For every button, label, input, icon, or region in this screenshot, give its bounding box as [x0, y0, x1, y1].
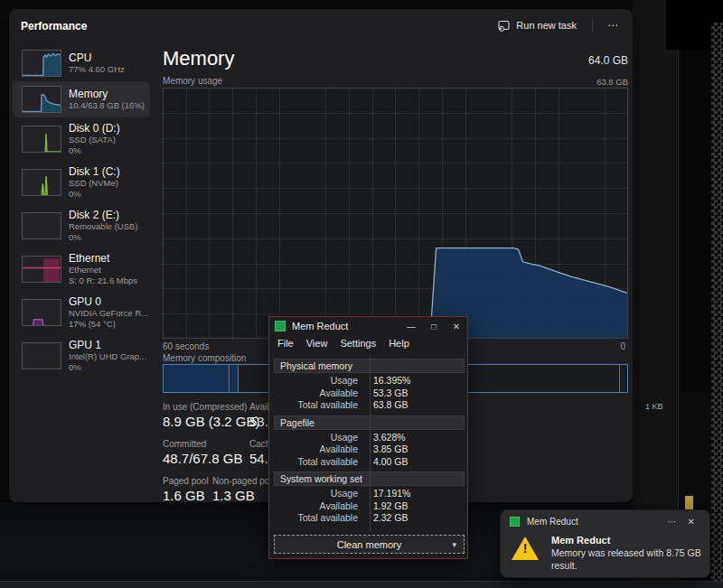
sidebar-item-subtitle: 0%	[69, 362, 145, 373]
sidebar-item-memory[interactable]: Memory10.4/63.8 GB (16%)	[13, 81, 150, 117]
sidebar-item-title: Disk 1 (C:)	[69, 165, 120, 178]
menu-item-file[interactable]: File	[271, 337, 300, 350]
stat-paged-pool: Paged pool1.6 GB	[163, 476, 212, 505]
stat-non-paged-pool: Non-paged pool1.3 GB	[212, 476, 277, 505]
warning-icon	[512, 537, 539, 560]
stat-label: In use (Compressed)	[163, 402, 249, 413]
composition-divider	[229, 365, 230, 392]
sidebar-item-graph-thumbnail	[22, 342, 61, 369]
sidebar-item-subtitle: SSD (NVMe)	[69, 178, 120, 189]
graph-x-axis-left: 60 seconds	[163, 341, 209, 351]
clean-memory-button[interactable]: Clean memory ▾	[274, 535, 465, 554]
toast-header: Mem Reduct ⋯ ✕	[501, 510, 709, 527]
sidebar-item-subtitle: S: 0 R: 21.6 Mbps	[69, 275, 137, 286]
menu-item-help[interactable]: Help	[382, 337, 416, 350]
row-label: Total available	[274, 512, 365, 525]
mem-reduct-title: Mem Reduct	[292, 321, 406, 331]
memory-usage-label: Memory usage	[163, 76, 222, 86]
sidebar-item-subtitle: 0%	[69, 189, 120, 200]
sidebar-item-disk-1-c[interactable]: Disk 1 (C:)SSD (NVMe)0%	[13, 161, 150, 204]
graph-x-axis-right: 0	[620, 341, 625, 351]
desktop-background-strip	[633, 0, 678, 588]
stat-label: Non-paged pool	[212, 476, 277, 487]
row-value: 2.32 GB	[365, 512, 408, 525]
mem-reduct-toast-icon	[510, 517, 520, 527]
stat-value: 1.3 GB	[212, 487, 277, 505]
stat-value: 48.7/67.8 GB	[163, 450, 249, 468]
row-label: Available	[274, 443, 365, 456]
sidebar-item-gpu-1[interactable]: GPU 1Intel(R) UHD Grap...0%	[13, 334, 150, 378]
close-button[interactable]: ✕	[451, 322, 462, 331]
toast-body: Mem Reduct Memory was released with 8.75…	[501, 527, 709, 572]
mem-reduct-menubar: FileViewSettingsHelp	[269, 335, 467, 352]
mem-reduct-app-icon	[275, 321, 286, 331]
row-label: Available	[274, 500, 365, 513]
composition-segment-modified	[230, 365, 238, 392]
stat-label: Committed	[163, 439, 249, 450]
sidebar-item-title: GPU 1	[69, 339, 145, 351]
sidebar-item-title: Disk 2 (E:)	[69, 209, 138, 221]
sidebar-item-title: Ethernet	[69, 252, 137, 265]
sidebar-item-graph-thumbnail	[22, 169, 61, 196]
mem-reduct-table: Physical memoryUsage16.395%Available53.3…	[274, 355, 465, 532]
memory-composition-label: Memory composition	[163, 353, 246, 363]
minimize-button[interactable]: —	[406, 322, 417, 331]
composition-divider	[619, 365, 620, 392]
sidebar-item-title: GPU 0	[69, 295, 145, 308]
graph-max-label: 63.8 GB	[596, 77, 628, 87]
toast-app-name: Mem Reduct	[527, 517, 662, 527]
sidebar-item-subtitle: 77% 4.60 GHz	[69, 64, 125, 75]
row-value: 16.395%	[365, 375, 410, 387]
row-label: Usage	[274, 432, 365, 444]
sidebar-item-graph-thumbnail	[22, 86, 61, 113]
table-column-divider	[370, 355, 371, 532]
stat-committed: Committed48.7/67.8 GB	[163, 439, 249, 468]
mem-reduct-titlebar[interactable]: Mem Reduct — □ ✕	[269, 317, 467, 335]
sidebar-item-ethernet[interactable]: EthernetEthernetS: 0 R: 21.6 Mbps	[13, 247, 150, 291]
notification-toast[interactable]: Mem Reduct ⋯ ✕ Mem Reduct Memory was rel…	[500, 509, 710, 578]
sidebar-item-title: CPU	[69, 51, 125, 64]
clean-memory-label: Clean memory	[337, 539, 402, 550]
row-value: 53.3 GB	[365, 387, 408, 400]
sidebar-item-graph-thumbnail	[22, 50, 61, 77]
row-value: 17.191%	[365, 488, 410, 500]
sidebar-item-disk-2-e[interactable]: Disk 2 (E:)Removable (USB)0%	[13, 204, 150, 247]
sidebar-item-graph-thumbnail	[22, 299, 61, 326]
dropdown-arrow-icon: ▾	[452, 540, 456, 549]
desktop-black-panel	[681, 50, 711, 393]
sidebar-item-subtitle: NVIDIA GeForce R...	[69, 308, 145, 319]
maximize-button[interactable]: □	[428, 322, 439, 331]
sidebar-item-gpu-0[interactable]: GPU 0NVIDIA GeForce R...17% (54 °C)	[13, 291, 150, 334]
row-value: 63.8 GB	[365, 399, 408, 412]
stat-label: Paged pool	[163, 476, 212, 487]
row-value: 3.628%	[365, 432, 406, 444]
row-value: 4.00 GB	[365, 456, 408, 469]
sidebar-item-cpu[interactable]: CPU77% 4.60 GHz	[13, 45, 150, 81]
memory-usage-graph[interactable]	[163, 88, 628, 339]
sidebar-item-subtitle: Ethernet	[69, 265, 137, 275]
toast-title: Mem Reduct	[551, 534, 707, 546]
toast-close-button[interactable]: ✕	[682, 517, 700, 527]
sidebar-item-graph-thumbnail	[22, 126, 61, 153]
sidebar-item-graph-thumbnail	[22, 256, 61, 283]
toast-overflow-button[interactable]: ⋯	[662, 517, 682, 527]
menu-item-settings[interactable]: Settings	[333, 337, 382, 350]
sidebar-item-subtitle: 0%	[69, 145, 120, 156]
row-label: Total available	[274, 456, 365, 469]
performance-sidebar: CPU77% 4.60 GHzMemory10.4/63.8 GB (16%)D…	[13, 45, 150, 378]
taskbar-edge[interactable]	[0, 581, 723, 588]
sidebar-item-subtitle: 10.4/63.8 GB (16%)	[69, 100, 145, 111]
mem-reduct-window: Mem Reduct — □ ✕ FileViewSettingsHelp Ph…	[268, 316, 468, 559]
row-label: Usage	[274, 375, 365, 387]
page-title: Performance	[21, 20, 87, 33]
sidebar-item-graph-thumbnail	[22, 212, 61, 239]
sidebar-item-title: Memory	[69, 88, 145, 100]
memory-total-capacity: 64.0 GB	[588, 54, 628, 67]
composition-segment-in-use	[164, 365, 229, 392]
sidebar-item-subtitle: Intel(R) UHD Grap...	[69, 351, 145, 362]
sidebar-item-disk-0-d[interactable]: Disk 0 (D:)SSD (SATA)0%	[13, 117, 150, 161]
stat-in-use-compressed: In use (Compressed)8.9 GB (3.2 GB)	[163, 402, 249, 431]
stat-value: 8.9 GB (3.2 GB)	[163, 413, 249, 431]
row-label: Usage	[274, 488, 365, 500]
menu-item-view[interactable]: View	[300, 337, 334, 350]
